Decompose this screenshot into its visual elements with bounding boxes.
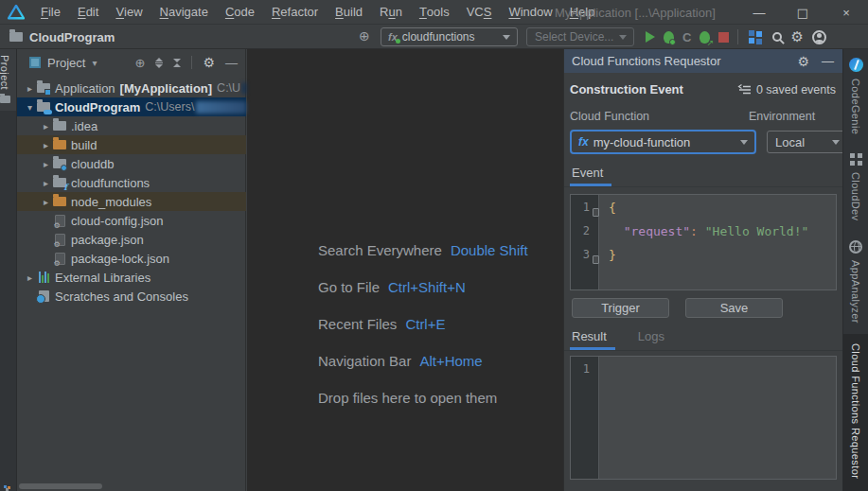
fold-marker-icon[interactable] (593, 255, 599, 264)
main-toolbar: CloudProgram ⊕ fx cloudfunctions Select … (0, 25, 868, 49)
maximize-button[interactable]: □ (781, 0, 824, 25)
tree-row-external-libraries[interactable]: ▸External Libraries (17, 268, 246, 287)
excluded-folder-icon (53, 140, 66, 149)
tree-chevron-icon[interactable]: ▸ (40, 140, 52, 150)
minimize-button[interactable]: — (737, 0, 781, 25)
tree-row-build[interactable]: ▸build (17, 135, 246, 154)
collapse-all-icon[interactable] (173, 59, 181, 67)
result-editor[interactable]: 1 (570, 356, 837, 480)
tree-chevron-icon[interactable]: ▸ (40, 159, 52, 169)
editor-area[interactable]: Search EverywhereDouble ShiftGo to FileC… (247, 49, 563, 491)
saved-events-icon (737, 84, 752, 96)
excluded-folder-icon (53, 197, 66, 206)
close-button[interactable]: × (824, 0, 868, 25)
coverage-icon[interactable]: C (682, 30, 691, 44)
hide-panel-icon[interactable]: — (225, 56, 238, 70)
menu-item-build[interactable]: Build (327, 0, 371, 24)
locate-icon[interactable]: ⊕ (135, 56, 146, 70)
tree-row-scratches-and-consoles[interactable]: Scratches and Consoles (17, 287, 246, 306)
tab-event[interactable]: Event (570, 166, 611, 186)
project-breadcrumb[interactable]: CloudProgram (9, 25, 115, 49)
locate-target-icon[interactable]: ⊕ (359, 28, 370, 44)
tree-row-clouddb[interactable]: ▸clouddb (17, 154, 246, 173)
tree-item-label: cloudfunctions (71, 176, 150, 190)
saved-events[interactable]: 0 saved events (737, 83, 836, 96)
tree-chevron-icon[interactable]: ▸ (40, 197, 52, 207)
menu-item-window[interactable]: Window (500, 0, 560, 24)
chevron-down-icon (619, 35, 627, 40)
cloud-function-select[interactable]: fx my-cloud-function (570, 130, 756, 154)
event-editor[interactable]: 123 { "request": "Hello World!"} (570, 194, 837, 290)
toolwindow-tab-cloud-functions-requestor[interactable]: Cloud Functions Requestor (843, 334, 868, 491)
tree-row-package-json[interactable]: package.json (17, 230, 246, 249)
tree-row-package-lock-json[interactable]: package-lock.json (17, 249, 246, 268)
search-everywhere-icon[interactable] (772, 32, 782, 42)
device-manager-icon[interactable] (749, 30, 754, 36)
toolwindow-tab-clouddev[interactable]: CloudDev (843, 145, 868, 221)
debug-button[interactable] (664, 31, 674, 44)
scratches-icon (39, 290, 49, 302)
project-name: CloudProgram (29, 30, 115, 44)
tab-result[interactable]: Result (570, 329, 615, 350)
grid-icon (850, 153, 855, 158)
shortcut-keys: Alt+Home (419, 353, 482, 369)
line-number: 3 (571, 248, 598, 272)
menu-item-refactor[interactable]: Refactor (263, 0, 327, 24)
expand-all-icon[interactable] (155, 58, 163, 68)
toolwindow-tab-codegenie[interactable]: CodeGenie (843, 49, 868, 134)
titlebar: FileEditViewNavigateCodeRefactorBuildRun… (0, 0, 868, 25)
tree-row-node-modules[interactable]: ▸node_modules (17, 192, 246, 211)
tree-item-label: clouddb (71, 157, 115, 171)
tree-item-path: C:\Users\ (145, 100, 194, 114)
tree-chevron-icon[interactable]: ▸ (40, 178, 52, 188)
run-configuration-select[interactable]: fx cloudfunctions (381, 27, 518, 46)
menu-item-run[interactable]: Run (371, 0, 411, 24)
menu-item-tools[interactable]: Tools (411, 0, 458, 24)
tree-chevron-icon[interactable]: ▸ (24, 83, 36, 94)
tree-item-label: Scratches and Consoles (55, 289, 188, 304)
tree-row-cloudprogram[interactable]: ▾CloudProgramC:\Users\ (17, 97, 246, 116)
menu-item-code[interactable]: Code (217, 0, 263, 24)
menu-item-navigate[interactable]: Navigate (151, 0, 217, 24)
project-view-title[interactable]: Project (47, 56, 85, 70)
fold-marker-icon[interactable] (593, 208, 599, 217)
tree-chevron-icon[interactable]: ▸ (40, 121, 52, 132)
toolwindow-header[interactable]: Cloud Functions Requestor ⚙ — (564, 49, 842, 73)
device-select[interactable]: Select Device... (526, 27, 634, 46)
toolbar-divider (737, 29, 738, 44)
tree-row--idea[interactable]: ▸.idea (17, 116, 246, 135)
stop-button[interactable] (718, 32, 729, 43)
tab-logs[interactable]: Logs (636, 329, 673, 350)
left-toolwindow-stripe: Project (0, 49, 17, 491)
panel-gear-icon[interactable]: ⚙ (203, 56, 215, 69)
attach-debugger-icon[interactable] (700, 31, 710, 44)
environment-select[interactable]: Local (767, 131, 847, 153)
project-toolwindow-tab[interactable]: Project (0, 49, 16, 111)
toolwindow-tab-appanalyzer[interactable]: AppAnalyzer (843, 232, 868, 324)
run-button[interactable] (646, 31, 655, 43)
chevron-down-icon[interactable]: ▾ (92, 58, 97, 68)
window-controls: — □ × (737, 0, 868, 25)
result-editor-code[interactable] (599, 357, 836, 479)
tree-row-cloudfunctions[interactable]: ▸fcloudfunctions (17, 173, 246, 192)
event-editor-code[interactable]: { "request": "Hello World!"} (599, 195, 836, 289)
shortcut-keys: Ctrl+E (405, 316, 445, 332)
account-avatar-icon[interactable] (812, 30, 826, 44)
menu-item-view[interactable]: View (107, 0, 151, 24)
horizontal-scrollbar[interactable] (19, 483, 102, 489)
tree-row-cloud-config-json[interactable]: cloud-config.json (17, 211, 246, 230)
menu-item-file[interactable]: File (32, 0, 69, 24)
editor-shortcuts-overlay: Search EverywhereDouble ShiftGo to FileC… (318, 242, 528, 427)
tree-chevron-icon[interactable]: ▸ (24, 272, 36, 283)
tree-item-label: .idea (71, 119, 97, 133)
settings-gear-icon[interactable]: ⚙ (790, 30, 803, 44)
json-file-icon (55, 253, 65, 265)
toolwindow-hide-icon[interactable]: — (822, 54, 834, 68)
toolwindow-gear-icon[interactable]: ⚙ (797, 55, 809, 68)
menu-item-vcs[interactable]: VCS (458, 0, 501, 24)
tree-chevron-icon[interactable]: ▾ (24, 102, 36, 113)
save-button[interactable]: Save (685, 298, 783, 318)
tree-row-application[interactable]: ▸Application[MyApplication]C:\U (17, 79, 246, 97)
menu-item-edit[interactable]: Edit (69, 0, 107, 24)
trigger-button[interactable]: Trigger (572, 298, 669, 318)
